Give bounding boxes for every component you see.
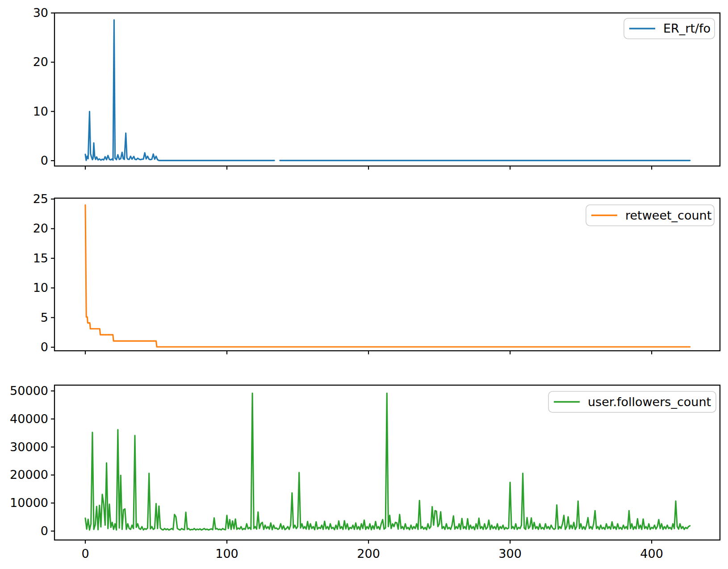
legend-user-followers-count: user.followers_count xyxy=(548,391,716,412)
y-tick-label: 25 xyxy=(33,192,48,206)
y-tick-label: 20 xyxy=(33,55,48,69)
figure-background xyxy=(0,0,728,569)
y-tick-label: 10 xyxy=(33,104,48,118)
x-tick-label: 0 xyxy=(81,547,89,561)
legend-retweet-count: retweet_count xyxy=(586,205,714,226)
y-tick-label: 0 xyxy=(41,154,48,167)
y-tick-label: 5 xyxy=(41,311,48,324)
chart-canvas: 0102030ER_rt/fo0510152025retweet_count01… xyxy=(0,0,728,569)
y-tick-label: 10000 xyxy=(10,496,48,510)
legend-label: retweet_count xyxy=(625,208,711,222)
legend-er-rt-fo: ER_rt/fo xyxy=(624,18,715,39)
y-tick-label: 15 xyxy=(33,251,48,265)
figure-root: 0102030ER_rt/fo0510152025retweet_count01… xyxy=(0,0,728,569)
y-tick-label: 40000 xyxy=(10,412,48,426)
legend-label: user.followers_count xyxy=(588,395,711,409)
y-tick-label: 20000 xyxy=(10,468,48,482)
y-tick-label: 0 xyxy=(41,524,48,538)
x-tick-label: 400 xyxy=(640,547,663,561)
y-tick-label: 20 xyxy=(33,221,48,235)
legend-label: ER_rt/fo xyxy=(663,21,711,35)
y-tick-label: 0 xyxy=(41,340,48,354)
y-tick-label: 30000 xyxy=(10,440,48,454)
y-tick-label: 50000 xyxy=(10,384,48,398)
x-tick-label: 300 xyxy=(498,547,522,561)
x-tick-label: 200 xyxy=(357,547,380,561)
y-tick-label: 10 xyxy=(33,281,48,295)
y-tick-label: 30 xyxy=(33,6,48,20)
x-tick-label: 100 xyxy=(215,547,238,561)
